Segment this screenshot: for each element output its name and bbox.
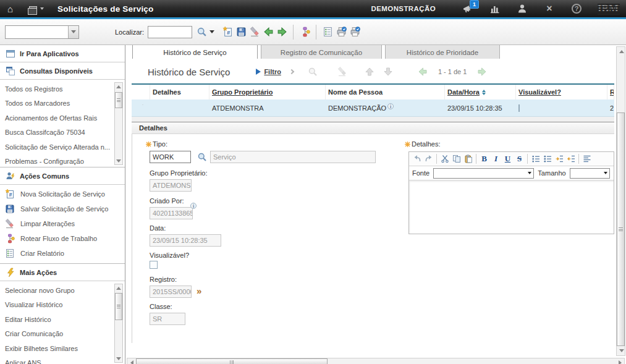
scroll-right-arrow[interactable]	[616, 359, 624, 364]
bold-button[interactable]: B	[478, 154, 490, 164]
expand-chevron-icon[interactable]	[289, 69, 294, 74]
info-icon[interactable]: i	[190, 203, 197, 209]
row-visualizavel-checkbox[interactable]	[518, 104, 520, 112]
row-expand-icon[interactable]	[139, 104, 146, 112]
action-create-report[interactable]: Criar Relatório	[0, 246, 125, 261]
action-route-workflow[interactable]: Rotear Fluxo de Trabalho	[0, 231, 125, 246]
main-horizontal-scrollbar[interactable]	[127, 358, 625, 364]
query-item[interactable]: Todos os Registros	[0, 82, 111, 96]
numbered-list-icon[interactable]	[530, 153, 541, 165]
queries-scrollbar[interactable]	[114, 82, 123, 165]
sidebar-available-queries[interactable]: Consultas Disponíveis	[0, 62, 125, 80]
underline-button[interactable]: U	[502, 154, 514, 164]
sidebar-more-actions-header[interactable]: Mais Ações	[0, 264, 125, 281]
more-action-item[interactable]: Visualizar Histórico	[0, 298, 111, 313]
route-workflow-button[interactable]	[298, 25, 311, 39]
scroll-down-arrow[interactable]	[617, 347, 625, 355]
filter-link[interactable]: Filtro	[264, 68, 281, 75]
action-clear-changes[interactable]: Limpar Alterações	[0, 216, 125, 231]
table-row[interactable]: ATDEMONSTRA DEMONSTRAÇÃOi 23/09/15 10:28…	[132, 99, 614, 117]
move-up-button[interactable]	[360, 67, 379, 77]
tab-registro-de-comunicacao[interactable]: Registro de Comunicação	[261, 45, 382, 59]
more-action-item[interactable]: Editar Histórico	[0, 312, 111, 327]
sort-icon[interactable]	[482, 90, 486, 95]
print-button[interactable]	[334, 25, 348, 39]
query-item[interactable]: Busca Classifcação 75034	[0, 125, 111, 140]
col-visualizavel[interactable]: Visualizável?	[518, 88, 561, 96]
new-record-button[interactable]	[221, 25, 234, 39]
fonte-select[interactable]	[433, 168, 534, 179]
sidebar-go-to-applications[interactable]: Ir Para Aplicativos	[0, 45, 125, 62]
redo-icon[interactable]	[423, 153, 434, 165]
action-combobox[interactable]	[5, 25, 79, 39]
undo-icon[interactable]	[411, 153, 423, 165]
tab-historico-de-prioridade[interactable]: Histórico de Prioridade	[385, 45, 500, 59]
main-vertical-scrollbar[interactable]	[616, 46, 625, 356]
tipo-input[interactable]	[150, 151, 191, 163]
help-button[interactable]: ?	[570, 2, 583, 15]
cut-icon[interactable]	[439, 153, 450, 165]
col-registro[interactable]: R	[610, 88, 614, 96]
save-button[interactable]	[234, 25, 248, 39]
scroll-up-arrow[interactable]	[617, 48, 625, 56]
next-record-button[interactable]	[275, 25, 289, 39]
col-data-hora[interactable]: Data/Hora	[447, 88, 480, 96]
query-item[interactable]: Acionamentos de Ofertas Rais	[0, 111, 111, 125]
more-action-item[interactable]: Exibir Bilhetes Similares	[0, 341, 111, 356]
tamanho-select[interactable]	[570, 168, 610, 179]
previous-page-button[interactable]	[413, 67, 432, 77]
sidebar-common-actions-header[interactable]: Ações Comuns	[0, 167, 125, 185]
col-grupo-proprietario[interactable]: Grupo Proprietário	[212, 88, 273, 96]
paste-icon[interactable]	[462, 153, 474, 165]
scrollbar-thumb[interactable]	[136, 358, 328, 364]
tipo-lookup-button[interactable]	[195, 150, 209, 164]
applications-menu-button[interactable]	[29, 6, 44, 12]
next-page-button[interactable]	[473, 67, 491, 77]
align-icon[interactable]	[581, 153, 593, 165]
action-new-service-request[interactable]: Nova Solicitação de Serviço	[0, 187, 125, 201]
scroll-up-arrow[interactable]	[115, 83, 122, 90]
tab-historico-de-servico[interactable]: Histórico de Serviço	[132, 45, 258, 59]
home-icon[interactable]: ⌂	[7, 4, 13, 14]
run-reports-button[interactable]	[321, 25, 334, 39]
italic-button[interactable]: I	[490, 154, 502, 164]
scrollbar-thumb[interactable]	[115, 293, 122, 320]
visualizavel-checkbox[interactable]	[150, 261, 158, 269]
action-save-service-request[interactable]: Salvar Solicitação de Serviço	[0, 201, 125, 216]
move-down-button[interactable]	[379, 67, 397, 77]
query-item[interactable]: Problemas - Configuração	[0, 154, 111, 169]
outdent-icon[interactable]	[565, 153, 577, 165]
strikethrough-button[interactable]: S	[514, 154, 525, 164]
details-section-header[interactable]: Detalhes	[132, 122, 614, 134]
localizar-input[interactable]	[148, 26, 192, 38]
scrollbar-thumb[interactable]	[115, 92, 122, 108]
more-action-item[interactable]: Criar Comunicação	[0, 327, 111, 342]
previous-record-button[interactable]	[261, 25, 275, 39]
reports-button[interactable]	[489, 2, 501, 15]
clear-changes-button[interactable]	[248, 25, 261, 39]
registro-detail-menu[interactable]: »	[197, 286, 200, 296]
query-item[interactable]: Solicitação de Serviço Alterada n...	[0, 140, 111, 154]
announcements-button[interactable]: 1	[462, 2, 474, 15]
scroll-down-arrow[interactable]	[115, 157, 122, 164]
more-action-item[interactable]: Aplicar ANS	[0, 356, 111, 364]
sign-out-button[interactable]: ×	[543, 2, 556, 15]
more-actions-scrollbar[interactable]	[114, 284, 123, 363]
query-item[interactable]: Todos os Marcadores	[0, 96, 111, 111]
filter-toggle[interactable]: Filtro	[256, 68, 281, 75]
table-edit-button[interactable]	[333, 67, 352, 77]
scroll-up-arrow[interactable]	[115, 284, 122, 292]
indent-icon[interactable]	[553, 153, 565, 165]
scroll-left-arrow[interactable]	[128, 359, 135, 364]
scrollbar-thumb[interactable]	[617, 112, 625, 346]
print-with-attachments-button[interactable]	[348, 25, 362, 39]
bullet-list-icon[interactable]	[541, 153, 553, 165]
info-icon[interactable]: i	[387, 103, 394, 109]
more-action-item[interactable]: Selecionar novo Grupo	[0, 283, 111, 298]
copy-icon[interactable]	[450, 153, 462, 165]
editor-content-area[interactable]	[409, 180, 614, 234]
scroll-down-arrow[interactable]	[115, 355, 122, 362]
search-options-caret[interactable]	[209, 30, 214, 33]
profile-button[interactable]	[516, 2, 528, 15]
combobox-dropdown-button[interactable]	[68, 26, 78, 38]
